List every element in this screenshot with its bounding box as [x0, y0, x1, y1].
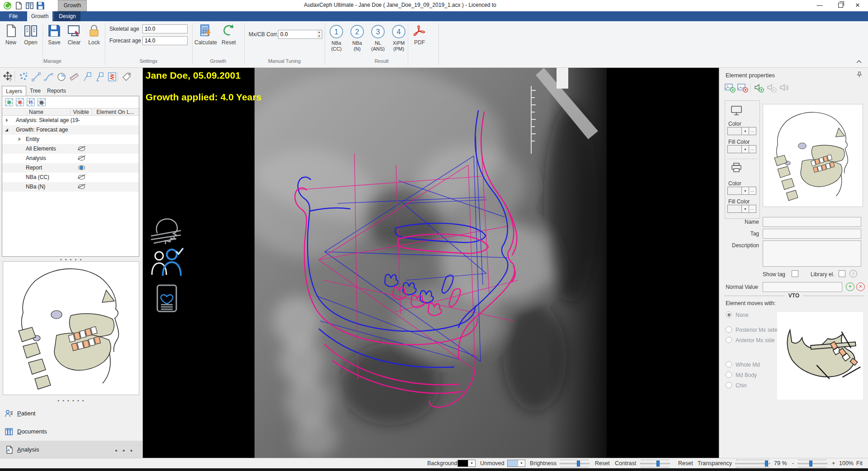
delete-layer-button[interactable]: ⊗ — [16, 98, 24, 106]
open-file-icon[interactable] — [25, 1, 34, 10]
eye-hidden-icon[interactable] — [78, 175, 85, 179]
play-sound-button[interactable] — [779, 82, 790, 93]
mxcb-spinner[interactable]: ▲▼ — [316, 30, 322, 39]
wiggle-tool-icon[interactable] — [107, 71, 118, 82]
color-swatch[interactable] — [727, 205, 742, 213]
pdf-button[interactable]: PDF — [410, 24, 429, 53]
sidebar-item-documents[interactable]: Documents — [0, 423, 142, 441]
calculate-button[interactable]: 0.00 Calculate — [194, 24, 217, 53]
move-landmark-tool-icon[interactable]: ? — [3, 71, 14, 82]
description-field[interactable] — [763, 240, 861, 267]
tab-tree[interactable]: Tree — [26, 86, 44, 96]
delete-normal-value-button[interactable]: × — [856, 283, 865, 291]
zoom-in-button[interactable]: + — [832, 460, 835, 466]
clear-button[interactable]: Clear — [64, 24, 84, 53]
close-button[interactable]: ✕ — [847, 0, 868, 11]
eye-hidden-icon[interactable] — [78, 156, 85, 160]
expand-icon[interactable] — [19, 137, 21, 141]
radio-md-body[interactable] — [726, 372, 732, 378]
tag-tool-icon[interactable] — [121, 71, 132, 82]
lock-button[interactable]: Lock — [84, 24, 104, 53]
eye-visible-icon[interactable] — [78, 165, 85, 170]
forecast-age-input[interactable] — [142, 36, 188, 45]
splitter-handle[interactable]: • • • • • — [0, 258, 142, 261]
screen-color-picker[interactable]: ▼… — [727, 127, 756, 135]
remove-sound-button[interactable] — [766, 82, 777, 93]
pin-icon[interactable] — [856, 71, 863, 78]
line-tool-icon[interactable] — [31, 71, 42, 82]
tab-reports[interactable]: Reports — [43, 86, 70, 96]
tree-row[interactable]: NBa (N) — [2, 182, 139, 192]
xray-viewport[interactable]: Jane Doe, 05.09.2001 Growth applied: 4.0… — [143, 68, 719, 458]
radio-none[interactable] — [726, 311, 732, 318]
collapse-icon[interactable] — [5, 128, 8, 132]
column-name[interactable]: Name — [2, 109, 71, 115]
health-record-icon[interactable] — [149, 284, 184, 314]
column-visible[interactable]: Visible — [70, 109, 92, 115]
print-color-picker[interactable]: ▼… — [727, 187, 756, 195]
expand-icon[interactable] — [6, 118, 8, 122]
tag-field[interactable] — [763, 229, 861, 239]
name-field[interactable] — [763, 217, 861, 227]
tab-file[interactable]: File — [3, 11, 24, 21]
save-layer-button[interactable]: H — [27, 98, 35, 106]
screen-fill-picker[interactable]: ▼… — [727, 145, 756, 153]
open-button[interactable]: Open — [21, 24, 41, 53]
more-options-button[interactable]: … — [749, 127, 756, 135]
flag-tool-icon[interactable] — [81, 71, 92, 82]
more-options-button[interactable]: … — [749, 145, 756, 153]
chevron-down-icon[interactable]: ▼ — [742, 127, 749, 135]
tree-row[interactable]: NBa (CC) — [2, 173, 139, 182]
splitter-handle[interactable]: • • • • • • — [0, 399, 142, 402]
eye-hidden-icon[interactable] — [78, 146, 85, 151]
fit-button[interactable]: Fit — [856, 460, 863, 466]
points-tool-icon[interactable] — [18, 71, 29, 82]
brightness-reset-button[interactable]: Reset — [595, 460, 610, 466]
new-file-icon[interactable] — [14, 1, 23, 10]
show-tag-checkbox[interactable] — [792, 270, 798, 277]
circle-tool-icon[interactable] — [56, 71, 67, 82]
patient-compare-icon[interactable] — [149, 248, 184, 278]
radio-chin[interactable] — [726, 382, 732, 388]
new-button[interactable]: New — [1, 24, 21, 53]
add-normal-value-button[interactable]: + — [846, 283, 854, 291]
tab-design[interactable]: Design — [54, 11, 80, 21]
radio-anterior-mx-side[interactable] — [726, 337, 732, 343]
chevron-down-icon[interactable]: ▼ — [742, 205, 749, 213]
print-fill-picker[interactable]: ▼… — [727, 205, 756, 213]
curve-tool-icon[interactable] — [43, 71, 54, 82]
more-options-button[interactable]: … — [749, 205, 756, 213]
unmoved-color-dropdown[interactable]: ▼ — [507, 460, 525, 467]
tree-row[interactable]: Analysis: Skeletal age (19- — [2, 116, 139, 125]
background-color-dropdown[interactable]: ▼ — [458, 460, 476, 467]
column-element-on-layer[interactable]: Element On L... — [92, 109, 139, 115]
minimize-button[interactable]: — — [809, 0, 830, 11]
radio-posterior-mx-side[interactable] — [726, 326, 732, 333]
add-sound-button[interactable] — [754, 82, 764, 93]
transparency-slider[interactable] — [735, 459, 770, 468]
add-image-button[interactable] — [725, 82, 736, 93]
radio-whole-md[interactable] — [726, 361, 732, 367]
tree-row[interactable]: All Elements — [2, 144, 139, 154]
ruler-tool-icon[interactable] — [69, 71, 80, 82]
sidebar-item-patient[interactable]: Patient — [0, 405, 142, 423]
save-button[interactable]: Save — [44, 24, 64, 53]
color-swatch[interactable] — [727, 145, 742, 153]
eye-hidden-icon[interactable] — [78, 184, 85, 189]
skeletal-age-input[interactable] — [142, 24, 188, 33]
reset-button[interactable]: Reset — [219, 24, 239, 53]
contrast-slider[interactable] — [640, 459, 670, 468]
contrast-reset-button[interactable]: Reset — [678, 460, 693, 466]
flag-alt-tool-icon[interactable] — [94, 71, 105, 82]
chevron-down-icon[interactable]: ▼ — [742, 187, 749, 195]
chevron-down-icon[interactable]: ▼ — [742, 145, 749, 153]
tree-row[interactable]: Entity — [2, 135, 139, 144]
tree-row[interactable]: Report — [2, 163, 139, 173]
more-options-button[interactable]: … — [749, 187, 756, 195]
remove-image-button[interactable] — [737, 82, 748, 93]
save-icon[interactable] — [36, 1, 45, 10]
qat-pinned-tab[interactable]: Growth — [58, 0, 87, 11]
add-layer-button[interactable]: ⊕ — [5, 98, 13, 106]
mxcb-input[interactable] — [278, 30, 317, 39]
tree-row[interactable]: Growth: Forecast age — [2, 125, 139, 135]
